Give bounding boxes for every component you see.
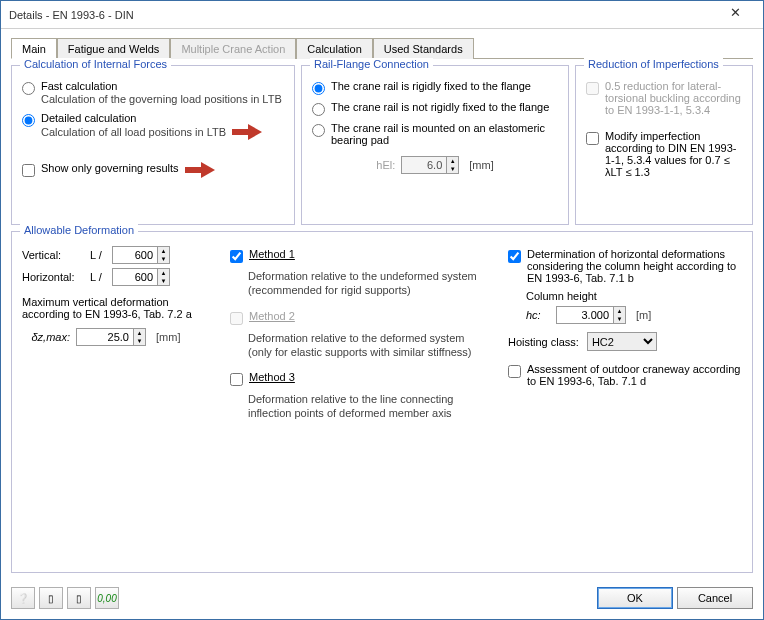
- lslash: L /: [86, 271, 106, 283]
- fieldset-title: Rail-Flange Connection: [310, 58, 433, 70]
- column-height-label: Column height: [526, 290, 742, 302]
- spin-up-icon[interactable]: ▲: [157, 269, 169, 277]
- vertical-spinner[interactable]: ▲▼: [112, 246, 170, 264]
- fast-label: Fast calculation: [41, 80, 117, 92]
- delta-spinner[interactable]: ▲▼: [76, 328, 146, 346]
- fieldset-internal-forces: Calculation of Internal Forces Fast calc…: [11, 65, 295, 225]
- horizontal-input[interactable]: [113, 269, 157, 285]
- hoisting-class-select[interactable]: HC2: [587, 332, 657, 351]
- help-icon[interactable]: ❔: [11, 587, 35, 609]
- delta-label: δz,max:: [22, 331, 70, 343]
- imp-c2: Modify imperfection according to DIN EN …: [605, 130, 742, 178]
- hc-input[interactable]: [557, 307, 613, 323]
- ok-button[interactable]: OK: [597, 587, 673, 609]
- close-icon[interactable]: ✕: [715, 5, 755, 25]
- fieldset-rail-flange: Rail-Flange Connection The crane rail is…: [301, 65, 569, 225]
- det-horiz-text: Determination of horizontal deformations…: [527, 248, 742, 284]
- radio-rail-not-rigid[interactable]: [312, 103, 325, 116]
- detailed-sub: Calculation of all load positions in LTB: [41, 125, 226, 139]
- spin-down-icon[interactable]: ▼: [133, 337, 145, 345]
- svg-marker-1: [185, 162, 215, 178]
- checkbox-0-5-reduction: [586, 82, 599, 95]
- checkbox-method-3[interactable]: [230, 373, 243, 386]
- spin-down-icon[interactable]: ▼: [157, 277, 169, 285]
- hel-spinner[interactable]: ▲▼: [401, 156, 459, 174]
- hc-spinner[interactable]: ▲▼: [556, 306, 626, 324]
- fieldset-imperfections: Reduction of Imperfections 0.5 reduction…: [575, 65, 753, 225]
- spin-up-icon[interactable]: ▲: [613, 307, 625, 315]
- window-title: Details - EN 1993-6 - DIN: [9, 9, 715, 21]
- outdoor-text: Assessment of outdoor craneway according…: [527, 363, 742, 387]
- spin-up-icon[interactable]: ▲: [446, 157, 458, 165]
- checkbox-show-only-governing[interactable]: [22, 164, 35, 177]
- vertical-label: Vertical:: [22, 249, 80, 261]
- hel-label: hEl:: [376, 159, 395, 171]
- radio-fast-calculation[interactable]: [22, 82, 35, 95]
- tab-multiple-crane[interactable]: Multiple Crane Action: [170, 38, 296, 59]
- checkbox-method-2: [230, 312, 243, 325]
- horizontal-label: Horizontal:: [22, 271, 80, 283]
- hc-unit: [m]: [636, 309, 651, 321]
- fast-sub: Calculation of the governing load positi…: [41, 92, 282, 106]
- arrow-icon: [232, 124, 262, 140]
- hel-unit: [mm]: [469, 159, 493, 171]
- vertical-input[interactable]: [113, 247, 157, 263]
- hc-label: hc:: [526, 309, 550, 321]
- svg-marker-0: [232, 124, 262, 140]
- decimal-icon[interactable]: 0,00: [95, 587, 119, 609]
- radio-rail-rigid[interactable]: [312, 82, 325, 95]
- rail-r2: The crane rail is not rigidly fixed to t…: [331, 101, 549, 113]
- checkbox-outdoor-craneway[interactable]: [508, 365, 521, 378]
- radio-detailed-calculation[interactable]: [22, 114, 35, 127]
- cancel-button[interactable]: Cancel: [677, 587, 753, 609]
- content-area: Main Fatigue and Welds Multiple Crane Ac…: [1, 29, 763, 581]
- tab-main[interactable]: Main: [11, 38, 57, 59]
- method1-title: Method 1: [249, 248, 295, 260]
- hoisting-class-label: Hoisting class:: [508, 336, 579, 348]
- tab-strip: Main Fatigue and Welds Multiple Crane Ac…: [11, 37, 753, 59]
- tab-used-standards[interactable]: Used Standards: [373, 38, 474, 59]
- checkbox-determination-horizontal[interactable]: [508, 250, 521, 263]
- bottom-bar: ❔ ▯ ▯ 0,00 OK Cancel: [1, 581, 763, 619]
- checkbox-method-1[interactable]: [230, 250, 243, 263]
- lslash: L /: [86, 249, 106, 261]
- titlebar: Details - EN 1993-6 - DIN ✕: [1, 1, 763, 29]
- arrow-icon: [185, 162, 215, 178]
- spin-down-icon[interactable]: ▼: [613, 315, 625, 323]
- spin-down-icon[interactable]: ▼: [157, 255, 169, 263]
- tab-calculation[interactable]: Calculation: [296, 38, 372, 59]
- horizontal-spinner[interactable]: ▲▼: [112, 268, 170, 286]
- method2-title: Method 2: [249, 310, 295, 322]
- max-vert-text: Maximum vertical deformation according t…: [22, 296, 212, 320]
- radio-rail-elastomeric[interactable]: [312, 124, 325, 137]
- tab-fatigue[interactable]: Fatigue and Welds: [57, 38, 171, 59]
- method2-desc: Deformation relative to the deformed sys…: [248, 331, 490, 360]
- fieldset-allowable-deformation: Allowable Deformation Vertical: L / ▲▼ H…: [11, 231, 753, 573]
- delta-input[interactable]: [77, 329, 133, 345]
- imp-c1: 0.5 reduction for lateral-torsional buck…: [605, 80, 742, 116]
- delta-unit: [mm]: [156, 331, 180, 343]
- spin-up-icon[interactable]: ▲: [133, 329, 145, 337]
- fieldset-title: Calculation of Internal Forces: [20, 58, 171, 70]
- rail-r3: The crane rail is mounted on an elastome…: [331, 122, 558, 146]
- rail-r1: The crane rail is rigidly fixed to the f…: [331, 80, 531, 92]
- hel-input[interactable]: [402, 157, 446, 173]
- method1-desc: Deformation relative to the undeformed s…: [248, 269, 490, 298]
- show-only-label: Show only governing results: [41, 162, 179, 174]
- method3-desc: Deformation relative to the line connect…: [248, 392, 490, 421]
- fieldset-title: Allowable Deformation: [20, 224, 138, 236]
- dialog-window: Details - EN 1993-6 - DIN ✕ Main Fatigue…: [0, 0, 764, 620]
- spin-up-icon[interactable]: ▲: [157, 247, 169, 255]
- detailed-label: Detailed calculation: [41, 112, 136, 124]
- standards-icon[interactable]: ▯: [67, 587, 91, 609]
- fieldset-title: Reduction of Imperfections: [584, 58, 723, 70]
- units-icon[interactable]: ▯: [39, 587, 63, 609]
- spin-down-icon[interactable]: ▼: [446, 165, 458, 173]
- checkbox-modify-imperfection[interactable]: [586, 132, 599, 145]
- method3-title: Method 3: [249, 371, 295, 383]
